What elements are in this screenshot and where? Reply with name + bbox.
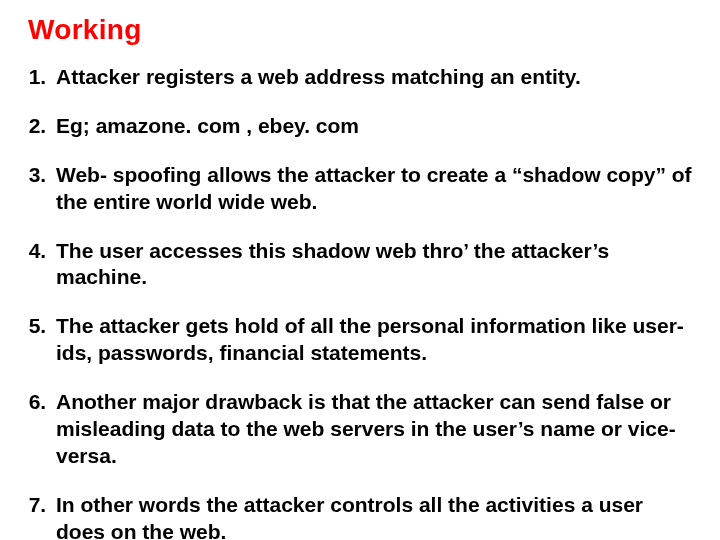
list-item: Eg; amazone. com , ebey. com bbox=[52, 113, 692, 140]
list-item: Attacker registers a web address matchin… bbox=[52, 64, 692, 91]
list-item: The user accesses this shadow web thro’ … bbox=[52, 238, 692, 292]
list-item: Another major drawback is that the attac… bbox=[52, 389, 692, 470]
list-item: In other words the attacker controls all… bbox=[52, 492, 692, 540]
section-heading: Working bbox=[28, 14, 692, 46]
list-item: Web- spoofing allows the attacker to cre… bbox=[52, 162, 692, 216]
slide: Working Attacker registers a web address… bbox=[0, 0, 720, 540]
list-item: The attacker gets hold of all the person… bbox=[52, 313, 692, 367]
numbered-list: Attacker registers a web address matchin… bbox=[28, 64, 692, 540]
